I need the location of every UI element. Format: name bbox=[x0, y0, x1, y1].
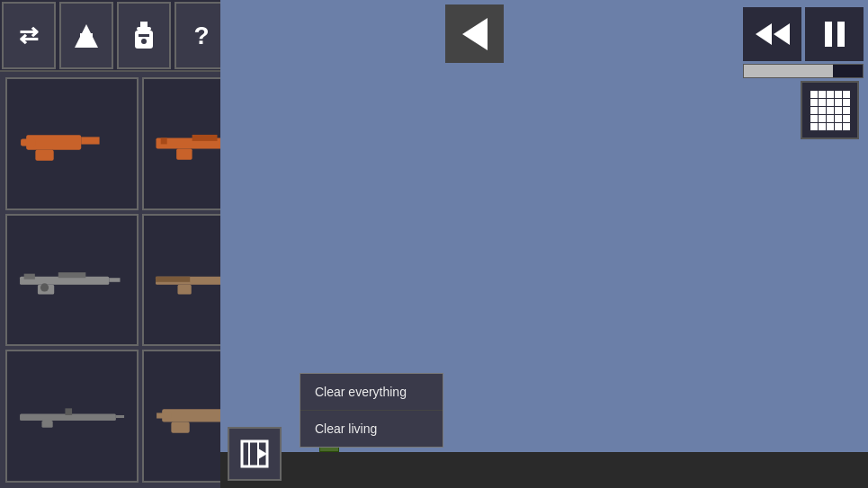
back-icon bbox=[462, 18, 488, 50]
svg-rect-8 bbox=[35, 150, 53, 161]
game-area: Clear everything Clear living bbox=[220, 0, 868, 488]
svg-rect-2 bbox=[140, 22, 148, 27]
svg-marker-1 bbox=[80, 33, 93, 48]
svg-rect-41 bbox=[172, 421, 190, 432]
weapon-grid bbox=[0, 72, 220, 488]
switch-button[interactable]: ⇄ bbox=[2, 2, 56, 69]
arrow-icon bbox=[73, 22, 100, 49]
progress-fill bbox=[744, 65, 833, 77]
svg-rect-38 bbox=[65, 408, 72, 415]
mg-icon bbox=[17, 244, 127, 315]
svg-rect-40 bbox=[163, 409, 227, 421]
ground bbox=[220, 452, 868, 488]
sniper-icon bbox=[17, 381, 127, 452]
rewind-button[interactable] bbox=[743, 7, 801, 61]
sidebar: ⇄ ? bbox=[0, 0, 220, 488]
svg-rect-23 bbox=[109, 278, 120, 282]
bottle-button[interactable] bbox=[117, 2, 171, 69]
svg-rect-9 bbox=[21, 139, 35, 146]
question-icon: ? bbox=[193, 22, 209, 50]
svg-point-26 bbox=[40, 283, 49, 291]
grid-icon bbox=[810, 91, 850, 130]
svg-rect-5 bbox=[139, 34, 149, 37]
context-menu: Clear everything Clear living bbox=[300, 373, 443, 448]
weapon-cell-7[interactable] bbox=[5, 350, 139, 483]
svg-rect-39 bbox=[116, 415, 124, 418]
clear-living-button[interactable]: Clear living bbox=[300, 411, 443, 447]
svg-rect-45 bbox=[249, 441, 258, 466]
svg-point-6 bbox=[141, 39, 147, 44]
bottle-icon bbox=[131, 22, 157, 50]
svg-rect-30 bbox=[157, 277, 191, 282]
pause-button[interactable] bbox=[805, 7, 864, 61]
pause-icon bbox=[825, 22, 845, 47]
rewind-pause-buttons bbox=[743, 7, 864, 61]
svg-rect-42 bbox=[157, 413, 172, 418]
exit-button[interactable] bbox=[228, 427, 282, 481]
svg-rect-10 bbox=[81, 138, 99, 145]
playback-controls bbox=[743, 7, 864, 78]
grid-toggle-button[interactable] bbox=[801, 81, 859, 139]
svg-rect-25 bbox=[58, 272, 86, 278]
svg-rect-14 bbox=[161, 138, 167, 145]
svg-rect-12 bbox=[177, 149, 192, 160]
back-button[interactable] bbox=[445, 4, 504, 63]
top-toolbar: ⇄ ? bbox=[0, 0, 220, 72]
svg-rect-3 bbox=[137, 27, 151, 31]
switch-icon: ⇄ bbox=[19, 22, 39, 49]
rewind-icon bbox=[756, 23, 790, 45]
arrow-button[interactable] bbox=[59, 2, 113, 69]
svg-rect-28 bbox=[178, 285, 192, 295]
progress-bar bbox=[743, 64, 864, 78]
exit-icon bbox=[238, 438, 271, 470]
svg-rect-37 bbox=[41, 421, 52, 428]
svg-rect-15 bbox=[192, 135, 218, 141]
weapon-cell-1[interactable] bbox=[5, 77, 139, 210]
pistol-icon bbox=[17, 108, 127, 179]
clear-everything-button[interactable]: Clear everything bbox=[300, 374, 443, 411]
svg-rect-24 bbox=[23, 274, 34, 279]
weapon-cell-4[interactable] bbox=[5, 214, 139, 347]
